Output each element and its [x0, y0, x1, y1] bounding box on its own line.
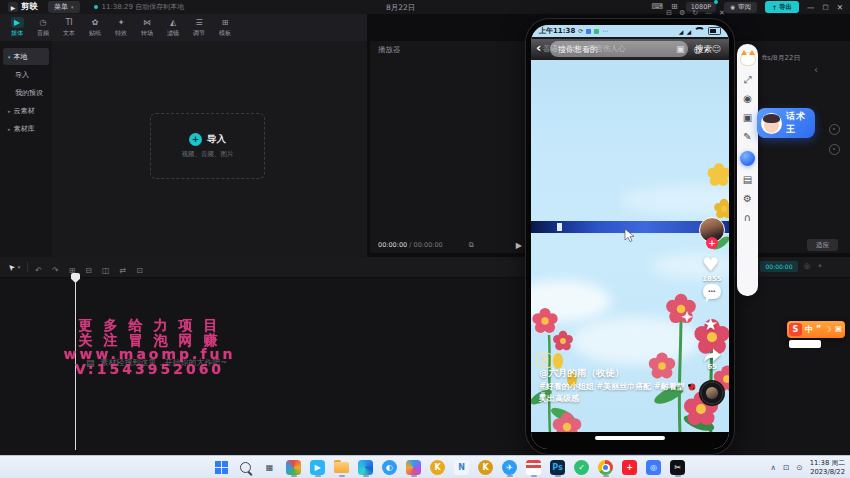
ribbon-tab-模板[interactable]: ⊞模板: [212, 17, 238, 38]
device-icon[interactable]: ▤: [743, 175, 752, 185]
timeline-option-icon-2[interactable]: ⌖: [818, 262, 822, 270]
like-icon[interactable]: ♥: [702, 253, 719, 275]
chat-app[interactable]: ✈: [501, 458, 518, 477]
dialog-circle-icon-2[interactable]: [829, 144, 840, 155]
ribbon-tab-特效[interactable]: ✦特效: [108, 17, 134, 38]
fit-mode-button[interactable]: 适应: [807, 239, 838, 251]
start-button[interactable]: [213, 458, 230, 477]
play-button[interactable]: ▶: [516, 241, 522, 250]
ime-icon-1[interactable]: ”: [816, 325, 821, 334]
taskbar-clock[interactable]: 11:38 周二 2023/8/22: [810, 459, 845, 476]
video-app[interactable]: ▶: [309, 458, 326, 477]
ribbon-tab-转场[interactable]: ⋈转场: [134, 17, 160, 38]
mirror-close-icon[interactable]: ✕: [719, 9, 725, 17]
timeline-tool-icon-6[interactable]: ⊡: [136, 266, 143, 275]
sidebar-item-本地[interactable]: ▾本地: [3, 48, 49, 65]
export-button[interactable]: ↑ 导出: [765, 1, 799, 13]
fullscreen-icon[interactable]: ⤢: [744, 75, 752, 85]
timeline-tool-icon-0[interactable]: ↶: [35, 266, 42, 275]
red-plus-app[interactable]: +: [621, 458, 638, 477]
ribbon-tab-音频[interactable]: ◷音频: [30, 17, 56, 38]
ime-icon-0[interactable]: 中: [805, 324, 813, 335]
ribbon-tab-媒体[interactable]: ▶媒体: [4, 17, 30, 38]
tab-icon: ◷: [37, 17, 50, 28]
green-app[interactable]: ✓: [573, 458, 590, 477]
home-indicator[interactable]: [595, 436, 665, 440]
timeline-timecode-chip: 00:00:00: [760, 261, 798, 272]
mirror-cast-icon[interactable]: ⊟: [666, 9, 672, 17]
import-dropzone[interactable]: + 导入 视频、音频、图片: [150, 113, 265, 179]
mirror-minimize-icon[interactable]: —: [705, 9, 712, 17]
pet-logo-icon[interactable]: [740, 52, 756, 66]
sidebar-item-云素材[interactable]: ▸云素材: [3, 102, 49, 119]
video-username[interactable]: @六月的雨（收徒）: [539, 367, 625, 380]
blue-doc-app[interactable]: ◎: [645, 458, 662, 477]
ratio-icon[interactable]: ⧉: [469, 241, 474, 249]
hidden-icons-chevron[interactable]: ∧: [771, 463, 777, 472]
dialog-circle-icon[interactable]: [829, 124, 840, 135]
assistant-button[interactable]: 话术王: [757, 108, 815, 138]
jianying-app[interactable]: ✂: [669, 458, 686, 477]
n-app[interactable]: N: [453, 458, 470, 477]
ribbon-tab-调节[interactable]: ☰调节: [186, 17, 212, 38]
sidebar-item-label: 云素材: [14, 106, 35, 116]
sidebar-item-素材库[interactable]: ▸素材库: [3, 120, 49, 137]
follow-button[interactable]: +: [706, 237, 718, 249]
mirror-settings-icon[interactable]: ⚙: [679, 9, 685, 17]
mirror-rotate-icon[interactable]: ↻: [692, 9, 698, 17]
ribbon-tab-贴纸[interactable]: ✿贴纸: [82, 17, 108, 38]
sidebar-item-导入[interactable]: 导入: [3, 66, 49, 83]
comment-icon[interactable]: ⋯: [703, 284, 721, 299]
collapse-chevron-icon[interactable]: ‹: [814, 64, 818, 75]
maximize-button[interactable]: ▢: [823, 3, 829, 11]
phone-screen[interactable]: 上午11:38 ⟳ ⋯ ◢ ◢ ‹ 搜你想看的 搜索 + ♥ 1855 ⋯ ★: [531, 25, 729, 449]
search-button[interactable]: [237, 458, 254, 477]
timeline-option-icon[interactable]: ◎: [804, 262, 810, 270]
pinwheel-app[interactable]: [285, 458, 302, 477]
phone-bottom-strip: [531, 432, 729, 449]
sidebar-arrow-icon: ▸: [8, 108, 11, 114]
share-icon[interactable]: [702, 347, 722, 364]
file-explorer[interactable]: [333, 458, 350, 477]
ime-toolbar[interactable]: S 中”☽⌘: [787, 321, 845, 338]
ribbon-tab-文本[interactable]: TI文本: [56, 17, 82, 38]
sidebar-item-label: 导入: [15, 70, 29, 80]
timeline-tool-icon-4[interactable]: ◫: [102, 266, 110, 275]
timeline-tool-icon-5[interactable]: ⇄: [120, 266, 127, 275]
close-button[interactable]: ✕: [837, 3, 843, 12]
support-icon[interactable]: ∩: [744, 213, 751, 223]
ribbon-tab-滤镜[interactable]: ◭滤镜: [160, 17, 186, 38]
timeline-tool-icon-1[interactable]: ↷: [52, 266, 59, 275]
key-tool-1[interactable]: K: [429, 458, 446, 477]
sidebar-item-我的预设[interactable]: 我的预设: [3, 84, 49, 101]
tray-misc-icon[interactable]: ⊙: [796, 463, 802, 472]
minimize-button[interactable]: —: [807, 3, 815, 12]
ime-icon-2[interactable]: ☽: [824, 325, 831, 334]
select-tool-icon[interactable]: ➤: [6, 261, 17, 272]
chrome-browser[interactable]: [597, 458, 614, 477]
favorite-icon[interactable]: ★: [703, 314, 718, 334]
menu-button[interactable]: 菜单 ▾: [48, 1, 80, 13]
record-icon[interactable]: ▣: [743, 113, 752, 123]
edge-browser[interactable]: [357, 458, 374, 477]
review-button[interactable]: ◉ 审阅: [724, 2, 757, 13]
music-disc[interactable]: [699, 380, 725, 406]
blue-swirl-app[interactable]: ◐: [381, 458, 398, 477]
assistant-ball-icon[interactable]: [740, 151, 755, 166]
settings-icon[interactable]: ⚙: [743, 194, 752, 204]
photoshop[interactable]: Ps: [549, 458, 566, 477]
desktop: ▶ 剪映 菜单 ▾ 11:38:29 自动保存到本地 8月22日 ⌨ ⊞ 108…: [0, 0, 850, 478]
import-icon: +: [189, 133, 202, 146]
stripe-app[interactable]: [525, 458, 542, 477]
shortcut-keyboard-icon[interactable]: ⌨: [651, 3, 663, 11]
select-tool-caret-icon[interactable]: ▾: [18, 264, 21, 270]
key-tool-2[interactable]: K: [477, 458, 494, 477]
screenshot-icon[interactable]: ◉: [743, 94, 752, 104]
ime-icon-3[interactable]: ⌘: [834, 325, 841, 334]
tray-device-icon[interactable]: ⊡: [783, 463, 789, 472]
hexagon-app[interactable]: [405, 458, 422, 477]
task-view-button[interactable]: ▦: [261, 458, 278, 477]
draw-icon[interactable]: ✎: [743, 132, 751, 142]
timeline-tool-icon-3[interactable]: ⊟: [85, 266, 92, 275]
ime-logo-icon[interactable]: S: [789, 323, 802, 336]
